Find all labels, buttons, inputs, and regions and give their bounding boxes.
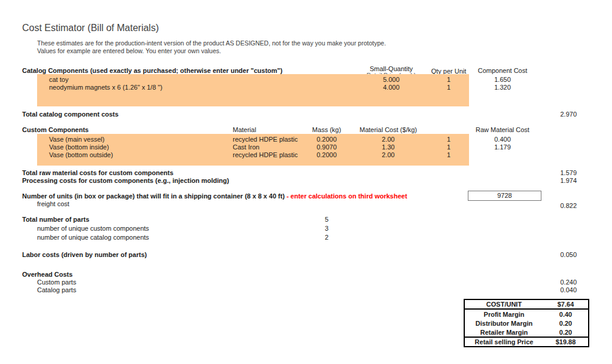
- shipping-units-input[interactable]: 9728: [468, 191, 541, 201]
- summary-value: 0.20: [543, 320, 588, 327]
- catalog-total-value: 2.970: [536, 111, 577, 118]
- total-parts-value: 5: [300, 216, 354, 224]
- summary-row-retailer-margin: Retailer Margin 0.20: [465, 328, 588, 337]
- total-parts-label: Total number of parts: [22, 216, 89, 224]
- labor-costs-label: Labor costs (driven by number of parts): [22, 251, 147, 259]
- custom-item-name[interactable]: Vase (bottom outside): [49, 151, 113, 159]
- custom-section-heading: Custom Components: [22, 126, 89, 134]
- summary-row-cost-unit: COST/UNIT $7.64: [465, 300, 588, 310]
- catalog-item-small-qty[interactable]: 4.000: [361, 84, 421, 91]
- custom-total-raw-label: Total raw material costs for custom comp…: [22, 169, 173, 177]
- custom-item-qty[interactable]: 1: [422, 136, 476, 143]
- labor-costs-value: 0.050: [536, 251, 577, 259]
- custom-item-material[interactable]: Cast Iron: [233, 143, 260, 151]
- overhead-catalog-label: Catalog parts: [37, 286, 76, 294]
- custom-col-material: Material: [233, 126, 256, 134]
- catalog-item-qty-per-unit[interactable]: 1: [422, 84, 476, 91]
- intro-line-1: These estimates are for the production-i…: [37, 39, 386, 47]
- summary-label: Retailer Margin: [465, 329, 543, 336]
- custom-item-mass[interactable]: 0.2000: [300, 136, 354, 143]
- unique-catalog-parts-label: number of unique catalog components: [37, 234, 149, 241]
- custom-col-material-cost: Material Cost ($/kg): [358, 126, 418, 134]
- catalog-item-qty-per-unit[interactable]: 1: [422, 76, 476, 84]
- custom-item-material-cost[interactable]: 2.00: [358, 136, 418, 143]
- custom-col-mass: Mass (kg): [300, 126, 354, 134]
- overhead-catalog-value: 0.040: [536, 286, 577, 294]
- catalog-item-small-qty[interactable]: 5.000: [361, 76, 421, 84]
- overhead-custom-label: Custom parts: [37, 279, 76, 286]
- freight-cost-label: freight cost: [37, 200, 69, 208]
- catalog-total-label: Total catalog component costs: [22, 111, 118, 118]
- custom-item-name[interactable]: Vase (main vessel): [49, 136, 105, 143]
- custom-item-mass[interactable]: 0.2000: [300, 151, 354, 159]
- custom-item-qty[interactable]: 1: [422, 151, 476, 159]
- intro-line-2: Values for example are entered below. Yo…: [37, 47, 221, 55]
- summary-value: 0.40: [543, 311, 588, 318]
- catalog-item-name[interactable]: neodymium magnets x 6 (1.26" x 1/8 "): [49, 84, 162, 91]
- custom-item-material[interactable]: recycled HDPE plastic: [233, 136, 298, 143]
- cost-summary-table: COST/UNIT $7.64 Profit Margin 0.40 Distr…: [464, 299, 589, 347]
- catalog-item-component-cost: 1.320: [473, 84, 532, 91]
- unique-catalog-parts-value: 2: [300, 234, 354, 241]
- overhead-heading: Overhead Costs: [22, 271, 72, 279]
- summary-row-retail-price: Retail selling Price $19.88: [465, 337, 588, 346]
- shipping-units-label-black: Number of units (in box or package) that…: [22, 192, 287, 200]
- custom-total-raw-value: 1.579: [536, 169, 577, 177]
- custom-col-raw-material-cost: Raw Material Cost: [473, 126, 532, 134]
- custom-processing-value: 1.974: [536, 177, 577, 185]
- catalog-col-component-cost: Component Cost: [473, 67, 532, 75]
- unique-custom-parts-label: number of unique custom components: [37, 225, 149, 233]
- custom-item-material-cost[interactable]: 1.30: [358, 143, 418, 151]
- custom-item-name[interactable]: Vase (bottom inside): [49, 143, 109, 151]
- custom-processing-label: Processing costs for custom components (…: [22, 177, 229, 185]
- page-title: Cost Estimator (Bill of Materials): [22, 22, 159, 33]
- unique-custom-parts-value: 3: [300, 225, 354, 233]
- overhead-custom-value: 0.240: [536, 279, 577, 286]
- summary-value: 0.20: [543, 329, 588, 336]
- freight-cost-value: 0.822: [536, 202, 577, 210]
- summary-value: $7.64: [543, 301, 588, 308]
- shipping-units-note-red: - enter calculations on third worksheet: [287, 192, 407, 200]
- shipping-units-label: Number of units (in box or package) that…: [22, 192, 407, 200]
- custom-item-material[interactable]: recycled HDPE plastic: [233, 151, 298, 159]
- custom-item-qty[interactable]: 1: [422, 143, 476, 151]
- summary-label: Retail selling Price: [465, 338, 543, 345]
- custom-item-raw-cost: 1.179: [473, 143, 532, 151]
- summary-row-distributor-margin: Distributor Margin 0.20: [465, 319, 588, 328]
- cost-estimator-sheet: Cost Estimator (Bill of Materials) These…: [0, 0, 612, 364]
- summary-label: Distributor Margin: [465, 320, 543, 327]
- catalog-item-component-cost: 1.650: [473, 76, 532, 84]
- summary-label: Profit Margin: [465, 311, 543, 318]
- catalog-item-name[interactable]: cat toy: [49, 76, 68, 84]
- custom-item-material-cost[interactable]: 2.00: [358, 151, 418, 159]
- custom-item-mass[interactable]: 0.9070: [300, 143, 354, 151]
- summary-row-profit-margin: Profit Margin 0.40: [465, 310, 588, 319]
- custom-item-raw-cost: 0.400: [473, 136, 532, 143]
- summary-label: COST/UNIT: [465, 301, 543, 308]
- summary-value: $19.88: [543, 338, 588, 345]
